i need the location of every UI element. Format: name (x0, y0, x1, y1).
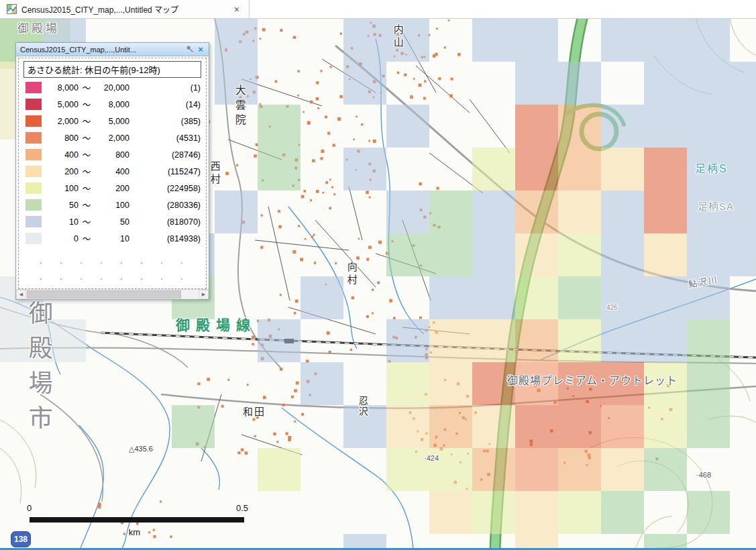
legend-count: (115247) (129, 167, 201, 176)
legend-swatch (25, 233, 42, 244)
map-label: 足柄S (695, 164, 728, 175)
scale-bar: 0 0.5 km (27, 503, 248, 547)
legend-count: (814938) (129, 234, 201, 243)
map-canvas[interactable]: 御殿場内山大雲院西村向村足柄S足柄SA鮎沢川御殿場線御殿場市和田忍沢御殿場プレミ… (0, 19, 756, 548)
legend-panel-titlebar[interactable]: CensusJ2015_CITY_map,...,Untit... × (16, 43, 209, 56)
legend-row[interactable]: 2,000〜5,000(385) (19, 113, 206, 129)
legend-row[interactable]: 50〜100(280336) (19, 197, 206, 213)
legend-range-from: 0 (48, 234, 78, 243)
legend-swatch (25, 166, 42, 177)
legend-swatch (25, 82, 42, 93)
map-label: 内山 (392, 24, 403, 50)
legend-row[interactable]: 5,000〜8,000(14) (19, 96, 206, 113)
legend-stat-title[interactable]: あさひる統計: 休日の午前(9-12時) (23, 61, 201, 78)
map-label: 大雲院 (233, 85, 245, 129)
legend-row[interactable]: 200〜400(115247) (19, 163, 206, 180)
legend-range-to: 50 (95, 217, 129, 227)
scrollbar-thumb[interactable] (27, 290, 181, 298)
map-label: 足柄SA (698, 201, 734, 212)
legend-range-to: 5,000 (95, 117, 129, 126)
legend-swatch (25, 99, 42, 110)
legend-swatch (25, 149, 42, 160)
legend-swatch (25, 199, 42, 211)
legend-range-to: 200 (95, 184, 129, 193)
legend-count: (4531) (129, 133, 201, 143)
legend-count: (385) (129, 117, 201, 126)
map-label: 御殿場プレミアム・アウトレット (507, 376, 678, 387)
map-label: 御殿場線 (176, 318, 256, 333)
legend-range-tilde: 〜 (78, 148, 95, 161)
map-label: 和田 (243, 406, 266, 417)
legend-empty-slots (24, 248, 201, 286)
map-label: 鮎沢川 (688, 275, 719, 289)
legend-range-tilde: 〜 (78, 165, 95, 178)
legend-range-from: 100 (48, 184, 78, 193)
legend-range-from: 800 (48, 133, 78, 143)
legend-range-tilde: 〜 (78, 81, 95, 94)
legend-range-to: 800 (95, 150, 129, 160)
map-window-tab[interactable]: CensusJ2015_CITY_map,...,Untitled マップ × (0, 0, 250, 18)
legend-panel-scrollbar[interactable]: ◀ ▶ (16, 289, 209, 299)
legend-range-from: 50 (48, 201, 78, 210)
map-label: 西村 (209, 161, 220, 186)
legend-range-to: 100 (95, 201, 129, 210)
scale-start-label: 0 (27, 503, 32, 513)
scroll-left-button[interactable]: ◀ (16, 290, 26, 299)
scale-unit-label: km (129, 527, 140, 537)
scale-bar-rule (30, 517, 244, 522)
map-label: 御殿場市 (25, 300, 51, 440)
legend-range-to: 8,000 (95, 100, 129, 109)
legend-range-from: 200 (48, 167, 78, 176)
scroll-right-button[interactable]: ▶ (199, 290, 209, 299)
legend-panel-body: あさひる統計: 休日の午前(9-12時) 8,000〜20,000(1)5,00… (18, 58, 207, 289)
legend-row[interactable]: 0〜10(814938) (19, 230, 206, 247)
legend-row[interactable]: 800〜2,000(4531) (19, 129, 206, 146)
map-label: 426 (606, 305, 618, 312)
legend-range-from: 2,000 (48, 117, 78, 126)
legend-count: (224958) (129, 184, 201, 193)
map-label: 忍沢 (358, 396, 368, 417)
map-icon (7, 4, 17, 14)
legend-range-to: 20,000 (95, 83, 129, 93)
legend-range-to: 400 (95, 167, 129, 176)
map-label: 向村 (346, 262, 357, 287)
legend-swatch (25, 216, 42, 227)
legend-count: (14) (129, 100, 201, 109)
legend-swatch (25, 182, 42, 194)
legend-row[interactable]: 400〜800(28746) (19, 146, 206, 163)
legend-range-from: 8,000 (48, 83, 78, 93)
legend-range-tilde: 〜 (78, 199, 95, 211)
legend-range-tilde: 〜 (78, 215, 95, 228)
tab-title: CensusJ2015_CITY_map,...,Untitled マップ (21, 3, 227, 15)
scrollbar-track[interactable] (26, 290, 199, 299)
legend-range-from: 10 (48, 217, 78, 227)
legend-range-tilde: 〜 (78, 232, 95, 245)
tab-close-icon[interactable]: × (231, 4, 242, 15)
legend-rows: 8,000〜20,000(1)5,000〜8,000(14)2,000〜5,00… (19, 79, 206, 247)
legend-panel-title: CensusJ2015_CITY_map,...,Untit... (20, 46, 184, 54)
legend-range-from: 5,000 (48, 100, 78, 109)
legend-row[interactable]: 10〜50(818070) (19, 213, 206, 230)
legend-count: (28746) (129, 150, 201, 160)
legend-swatch (25, 132, 42, 144)
legend-range-to: 10 (95, 234, 129, 243)
legend-row[interactable]: 8,000〜20,000(1) (19, 79, 206, 96)
close-icon[interactable]: × (195, 44, 206, 54)
legend-range-tilde: 〜 (78, 98, 95, 111)
route-138-badge: 138 (11, 531, 31, 547)
map-label: 御殿場 (17, 23, 60, 35)
legend-row[interactable]: 100〜200(224958) (19, 180, 206, 197)
map-label: ·424 (424, 455, 439, 463)
legend-swatch (25, 115, 42, 127)
legend-range-from: 400 (48, 150, 78, 160)
legend-count: (280336) (129, 201, 201, 210)
map-label: △435.6 (129, 445, 153, 453)
window-tab-bar: CensusJ2015_CITY_map,...,Untitled マップ × (0, 0, 756, 19)
legend-panel[interactable]: CensusJ2015_CITY_map,...,Untit... × あさひる… (15, 42, 209, 300)
legend-count: (818070) (129, 217, 201, 227)
legend-range-tilde: 〜 (78, 182, 95, 195)
pin-icon[interactable] (184, 44, 195, 56)
legend-range-tilde: 〜 (78, 131, 95, 144)
scale-end-label: 0.5 (236, 503, 248, 513)
legend-count: (1) (129, 83, 201, 93)
